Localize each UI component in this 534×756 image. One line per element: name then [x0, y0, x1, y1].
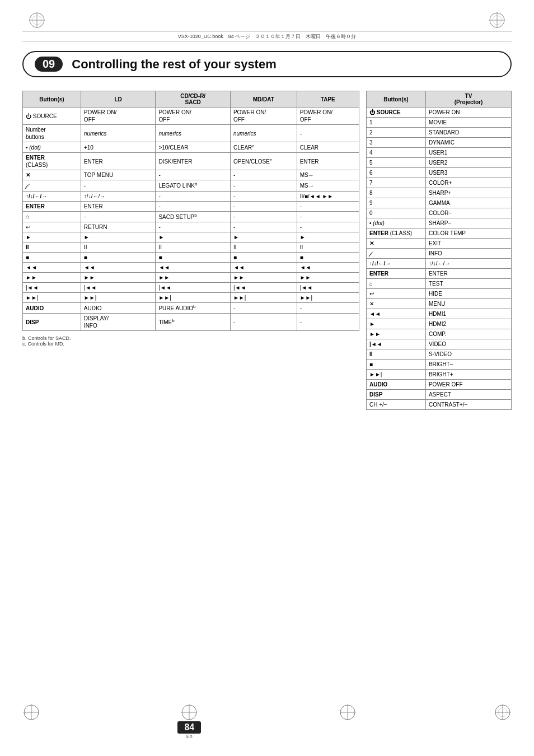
chapter-title: Controlling the rest of your system	[72, 57, 277, 72]
tables-container: Button(s) LD CD/CD-R/SACD MD/DAT TAPE ⏻ …	[22, 91, 512, 410]
table-row: ◄◄ HDMI1	[367, 309, 512, 319]
table-left: Button(s) LD CD/CD-R/SACD MD/DAT TAPE ⏻ …	[22, 91, 359, 410]
btn-source: ⏻ SOURCE	[23, 108, 81, 125]
left-table-header-row: Button(s) LD CD/CD-R/SACD MD/DAT TAPE	[23, 91, 359, 108]
page-number: 84	[177, 721, 201, 734]
table-row: ◄◄ ◄◄ ◄◄ ◄◄ ◄◄	[23, 262, 359, 272]
table-row: AUDIO AUDIO PURE AUDIOb - -	[23, 302, 359, 313]
top-left-mark	[28, 11, 46, 29]
table-row: 8 SHARP+	[367, 188, 512, 198]
table-row: • (dot) +10 >10/CLEAR CLEARc CLEAR	[23, 142, 359, 153]
table-row: Numberbuttons numerics numerics numerics…	[23, 125, 359, 142]
footnote-b: b. Controls for SACD.	[22, 335, 359, 341]
col-header-ld: LD	[81, 91, 156, 108]
table-row: ►► ►► ►► ►► ►►	[23, 272, 359, 282]
top-right-mark	[488, 11, 506, 29]
chapter-header: 09 Controlling the rest of your system	[22, 51, 512, 77]
table-row: 4 USER1	[367, 148, 512, 158]
table-row: ✕ EXIT	[367, 239, 512, 249]
right-table-header-row: Button(s) TV(Projector)	[367, 91, 512, 108]
page-wrapper: VSX-1020_UC.book 84 ページ ２０１０年１月７日 木曜日 午後…	[0, 0, 534, 756]
table-row: ► ► ► ► ►	[23, 232, 359, 242]
table-row: DISP DISPLAY/INFO TIMEb - -	[23, 314, 359, 331]
table-row: ⌂ TEST	[367, 279, 512, 289]
table-row: II S-VIDEO	[367, 349, 512, 360]
col-header-buttons: Button(s)	[23, 91, 81, 108]
table-row: ⏻ SOURCE POWER ON/OFF POWER ON/OFF POWER…	[23, 108, 359, 125]
col-header-tape: TAPE	[297, 91, 359, 108]
table-row: • (dot) SHARP−	[367, 218, 512, 228]
bottom-left-inner-mark	[180, 703, 198, 721]
table-row: |◄◄ VIDEO	[367, 339, 512, 349]
col-header-md: MD/DAT	[230, 91, 297, 108]
table-row: 6 USER3	[367, 168, 512, 178]
table-row: ↑/↓/←/→ ↑/↓/←/→	[367, 259, 512, 269]
table-row: ⌂ - SACD SETUPb - -	[23, 211, 359, 222]
table-row: ►► COMP.	[367, 329, 512, 339]
table-row: ► HDMI2	[367, 319, 512, 329]
footnote-c: c. Controls for MD.	[22, 341, 359, 347]
table-row: II II II II II	[23, 242, 359, 252]
table-row: ENTER(CLASS) ENTER DISK/ENTER OPEN/CLOSE…	[23, 153, 359, 170]
right-col-header-buttons: Button(s)	[367, 91, 426, 108]
table-row: 0 COLOR−	[367, 208, 512, 218]
table-row: ENTER ENTER	[367, 269, 512, 279]
table-row: 1 MOVIE	[367, 118, 512, 128]
right-table: Button(s) TV(Projector) ⏻ SOURCE POWER O…	[366, 91, 512, 410]
table-row: 𝒻 - LEGATO LINKb - MS→	[23, 180, 359, 191]
table-row: CH +/− CONTRAST+/−	[367, 400, 512, 410]
page-footer: 84 En	[0, 703, 534, 739]
table-row: ■ ■ ■ ■ ■	[23, 252, 359, 262]
footer-marks: 84 En	[22, 703, 512, 739]
bottom-right-mark	[494, 703, 512, 721]
page-lang: En	[186, 734, 193, 739]
table-row: DISP ASPECT	[367, 390, 512, 400]
col-header-cd: CD/CD-R/SACD	[156, 91, 231, 108]
table-row: |◄◄ |◄◄ |◄◄ |◄◄ |◄◄	[23, 282, 359, 292]
table-row: ↩ RETURN - - -	[23, 222, 359, 232]
right-col-header-tv: TV(Projector)	[425, 91, 511, 108]
table-row: 7 COLOR+	[367, 178, 512, 188]
table-row: ►►| BRIGHT+	[367, 370, 512, 380]
print-marks-top	[22, 11, 512, 29]
file-info: VSX-1020_UC.book 84 ページ ２０１０年１月７日 木曜日 午後…	[178, 34, 357, 39]
table-row: ENTER (CLASS) COLOR TEMP	[367, 228, 512, 239]
table-row: ✕ TOP MENU - - MS←	[23, 170, 359, 180]
table-row: 3 DYNAMIC	[367, 138, 512, 148]
table-right: Button(s) TV(Projector) ⏻ SOURCE POWER O…	[366, 91, 512, 410]
table-row: 2 STANDARD	[367, 128, 512, 138]
table-row: ■ BRIGHT−	[367, 360, 512, 370]
table-row: 𝒻 INFO	[367, 249, 512, 259]
bottom-left-mark	[22, 703, 40, 721]
table-row: AUDIO POWER OFF	[367, 380, 512, 390]
table-row: ⏻ SOURCE POWER ON	[367, 108, 512, 118]
table-row: ↑/↓/←/→ ↑/↓/←/→ - - II/■/◄◄ ►►	[23, 191, 359, 201]
chapter-number: 09	[35, 57, 63, 72]
table-row: 9 GAMMA	[367, 198, 512, 208]
table-row: ENTER ENTER - - -	[23, 201, 359, 211]
table-row: 5 USER2	[367, 158, 512, 168]
table-row: ↩ HIDE	[367, 289, 512, 299]
left-table: Button(s) LD CD/CD-R/SACD MD/DAT TAPE ⏻ …	[22, 91, 359, 331]
meta-line: VSX-1020_UC.book 84 ページ ２０１０年１月７日 木曜日 午後…	[22, 31, 512, 42]
table-row: ►►| ►►| ►►| ►►| ►►|	[23, 292, 359, 302]
page-number-box: 84 En	[177, 703, 201, 739]
footnotes: b. Controls for SACD. c. Controls for MD…	[22, 335, 359, 347]
bottom-center-mark	[339, 703, 357, 721]
table-row: ✕ MENU	[367, 299, 512, 309]
